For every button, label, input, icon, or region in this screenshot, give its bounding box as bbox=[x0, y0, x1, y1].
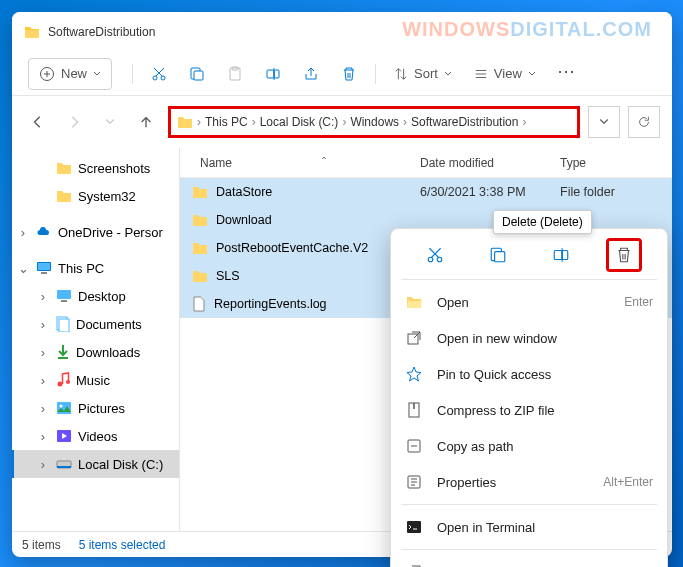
sidebar-item[interactable]: ›Videos bbox=[12, 422, 179, 450]
navbar: › This PC › Local Disk (C:) › Windows › … bbox=[12, 96, 672, 148]
refresh-icon bbox=[637, 115, 651, 129]
ctx-item-label: Copy as path bbox=[437, 439, 639, 454]
svg-rect-18 bbox=[57, 402, 71, 414]
ctx-cut-button[interactable] bbox=[417, 238, 453, 272]
column-headers: Nameˆ Date modified Type bbox=[180, 148, 672, 178]
forward-button[interactable] bbox=[60, 108, 88, 136]
arrow-right-icon bbox=[67, 115, 81, 129]
file-name: SLS bbox=[216, 269, 240, 283]
copy-button[interactable] bbox=[179, 58, 215, 90]
ctx-item[interactable]: Properties Alt+Enter bbox=[391, 464, 667, 500]
svg-rect-22 bbox=[57, 466, 71, 468]
rename-icon bbox=[552, 246, 570, 264]
folder-icon bbox=[56, 161, 72, 175]
paste-button[interactable] bbox=[217, 58, 253, 90]
svg-point-24 bbox=[437, 257, 442, 262]
sidebar-item-label: Local Disk (C:) bbox=[78, 457, 163, 472]
sidebar-item[interactable]: ⌄This PC bbox=[12, 254, 179, 282]
trash-icon bbox=[341, 66, 357, 82]
view-icon bbox=[474, 67, 488, 81]
folder-open-icon bbox=[405, 295, 423, 309]
column-name[interactable]: Nameˆ bbox=[180, 156, 420, 170]
cut-button[interactable] bbox=[141, 58, 177, 90]
ctx-item-label: Open in Terminal bbox=[437, 520, 639, 535]
videos-icon bbox=[56, 429, 72, 443]
chevron-down-icon[interactable]: ⌄ bbox=[18, 261, 28, 276]
ctx-item[interactable]: Show more options Shift+F10 bbox=[391, 554, 667, 567]
refresh-button[interactable] bbox=[628, 106, 660, 138]
new-button[interactable]: New bbox=[28, 58, 112, 90]
sort-indicator-icon: ˆ bbox=[322, 156, 326, 170]
sidebar-item[interactable]: ›Music bbox=[12, 366, 179, 394]
ctx-item[interactable]: Open in new window bbox=[391, 320, 667, 356]
svg-rect-4 bbox=[194, 71, 203, 80]
context-toolbar bbox=[391, 235, 667, 275]
ctx-rename-button[interactable] bbox=[543, 238, 579, 272]
folder-icon bbox=[192, 269, 208, 283]
tooltip: Delete (Delete) bbox=[493, 210, 592, 234]
window-title: SoftwareDistribution bbox=[48, 25, 155, 39]
ctx-copy-button[interactable] bbox=[480, 238, 516, 272]
file-name: ReportingEvents.log bbox=[214, 297, 327, 311]
back-button[interactable] bbox=[24, 108, 52, 136]
chevron-right-icon[interactable]: › bbox=[38, 289, 48, 304]
column-date[interactable]: Date modified bbox=[420, 156, 560, 170]
more-button[interactable]: ⋯ bbox=[548, 58, 584, 90]
share-button[interactable] bbox=[293, 58, 329, 90]
music-icon bbox=[56, 372, 70, 388]
path-dropdown-button[interactable] bbox=[588, 106, 620, 138]
sidebar-item-label: Desktop bbox=[78, 289, 126, 304]
context-menu: Open Enter Open in new window Pin to Qui… bbox=[390, 228, 668, 567]
breadcrumb-item[interactable]: Windows bbox=[350, 115, 399, 129]
sidebar-item[interactable]: ›Desktop bbox=[12, 282, 179, 310]
sidebar-item[interactable]: ›OneDrive - Persor bbox=[12, 218, 179, 246]
delete-button[interactable] bbox=[331, 58, 367, 90]
ctx-item[interactable]: Compress to ZIP file bbox=[391, 392, 667, 428]
ctx-item[interactable]: Open in Terminal bbox=[391, 509, 667, 545]
breadcrumb[interactable]: › This PC › Local Disk (C:) › Windows › … bbox=[168, 106, 580, 138]
selected-count: 5 items selected bbox=[79, 538, 166, 552]
chevron-right-icon[interactable]: › bbox=[38, 401, 48, 416]
chevron-right-icon[interactable]: › bbox=[38, 317, 48, 332]
folder-icon bbox=[192, 185, 208, 199]
svg-rect-28 bbox=[562, 251, 568, 260]
rename-button[interactable] bbox=[255, 58, 291, 90]
sort-button[interactable]: Sort bbox=[384, 58, 462, 90]
breadcrumb-item[interactable]: Local Disk (C:) bbox=[260, 115, 339, 129]
chevron-down-icon bbox=[444, 70, 452, 78]
folder-icon bbox=[56, 189, 72, 203]
chevron-right-icon[interactable]: › bbox=[38, 345, 48, 360]
file-name: PostRebootEventCache.V2 bbox=[216, 241, 368, 255]
ctx-item[interactable]: Pin to Quick access bbox=[391, 356, 667, 392]
recent-button[interactable] bbox=[96, 108, 124, 136]
ctx-item[interactable]: Copy as path bbox=[391, 428, 667, 464]
chevron-right-icon[interactable]: › bbox=[38, 373, 48, 388]
sort-icon bbox=[394, 67, 408, 81]
sidebar-item[interactable]: Screenshots bbox=[12, 154, 179, 182]
sidebar: ScreenshotsSystem32›OneDrive - Persor⌄Th… bbox=[12, 148, 180, 531]
arrow-up-icon bbox=[139, 115, 153, 129]
sidebar-item[interactable]: System32 bbox=[12, 182, 179, 210]
breadcrumb-item[interactable]: This PC bbox=[205, 115, 248, 129]
chevron-right-icon[interactable]: › bbox=[18, 225, 28, 240]
sidebar-item[interactable]: ›Pictures bbox=[12, 394, 179, 422]
svg-rect-27 bbox=[554, 251, 562, 260]
sidebar-item[interactable]: ›Downloads bbox=[12, 338, 179, 366]
item-count: 5 items bbox=[22, 538, 61, 552]
table-row[interactable]: DataStore 6/30/2021 3:38 PM File folder bbox=[180, 178, 672, 206]
up-button[interactable] bbox=[132, 108, 160, 136]
chevron-right-icon[interactable]: › bbox=[38, 429, 48, 444]
sidebar-item[interactable]: ›Local Disk (C:) bbox=[12, 450, 179, 478]
ctx-delete-button[interactable] bbox=[606, 238, 642, 272]
column-type[interactable]: Type bbox=[560, 156, 672, 170]
ctx-item[interactable]: Open Enter bbox=[391, 284, 667, 320]
chevron-down-icon bbox=[105, 117, 115, 127]
chevron-right-icon[interactable]: › bbox=[38, 457, 48, 472]
svg-point-23 bbox=[428, 257, 433, 262]
sidebar-item[interactable]: ›Documents bbox=[12, 310, 179, 338]
downloads-icon bbox=[56, 344, 70, 360]
file-name: DataStore bbox=[216, 185, 272, 199]
ctx-item-label: Open bbox=[437, 295, 610, 310]
breadcrumb-item[interactable]: SoftwareDistribution bbox=[411, 115, 518, 129]
view-button[interactable]: View bbox=[464, 58, 546, 90]
